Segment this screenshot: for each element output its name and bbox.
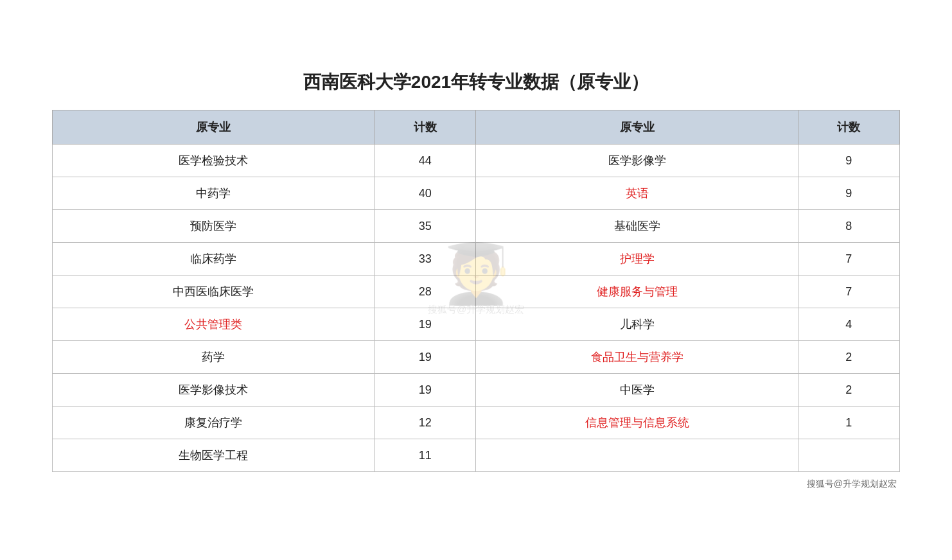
cell-count1: 12 xyxy=(375,407,476,439)
table-row: 预防医学35基础医学8 xyxy=(53,210,900,243)
cell-major2: 基础医学 xyxy=(476,210,798,243)
cell-count1: 11 xyxy=(375,439,476,472)
cell-count1: 33 xyxy=(375,243,476,276)
cell-major2: 英语 xyxy=(476,177,798,210)
cell-count2: 7 xyxy=(798,243,899,276)
cell-major2: 食品卫生与营养学 xyxy=(476,341,798,374)
table-row: 医学影像技术19中医学2 xyxy=(53,374,900,407)
cell-count1: 40 xyxy=(375,177,476,210)
cell-count1: 44 xyxy=(375,144,476,177)
table-row: 医学检验技术44医学影像学9 xyxy=(53,144,900,177)
cell-major2: 健康服务与管理 xyxy=(476,276,798,308)
cell-count2: 4 xyxy=(798,308,899,341)
cell-major2: 儿科学 xyxy=(476,308,798,341)
table-row: 临床药学33护理学7 xyxy=(53,243,900,276)
cell-count2: 2 xyxy=(798,341,899,374)
cell-count2: 7 xyxy=(798,276,899,308)
cell-count2: 1 xyxy=(798,407,899,439)
table-row: 中药学40英语9 xyxy=(53,177,900,210)
table-row: 康复治疗学12信息管理与信息系统1 xyxy=(53,407,900,439)
cell-count2 xyxy=(798,439,899,472)
cell-major2: 护理学 xyxy=(476,243,798,276)
table-row: 中西医临床医学28健康服务与管理7 xyxy=(53,276,900,308)
cell-major1: 中西医临床医学 xyxy=(53,276,375,308)
page-title: 西南医科大学2021年转专业数据（原专业） xyxy=(52,57,900,110)
cell-major1: 医学检验技术 xyxy=(53,144,375,177)
cell-count2: 2 xyxy=(798,374,899,407)
cell-major2 xyxy=(476,439,798,472)
header-major1: 原专业 xyxy=(53,110,375,144)
header-count2: 计数 xyxy=(798,110,899,144)
cell-major1: 临床药学 xyxy=(53,243,375,276)
cell-count1: 19 xyxy=(375,374,476,407)
cell-count2: 9 xyxy=(798,177,899,210)
cell-major1: 康复治疗学 xyxy=(53,407,375,439)
page-container: 西南医科大学2021年转专业数据（原专业） 🧑‍🎓 搜狐号@升学规划赵宏 原专业… xyxy=(26,44,926,516)
table-row: 生物医学工程11 xyxy=(53,439,900,472)
header-major2: 原专业 xyxy=(476,110,798,144)
cell-major2: 中医学 xyxy=(476,374,798,407)
footer-text: 搜狐号@升学规划赵宏 xyxy=(52,478,900,490)
cell-count1: 35 xyxy=(375,210,476,243)
cell-count1: 19 xyxy=(375,308,476,341)
cell-count1: 19 xyxy=(375,341,476,374)
cell-count2: 8 xyxy=(798,210,899,243)
data-table: 原专业 计数 原专业 计数 医学检验技术44医学影像学9中药学40英语9预防医学… xyxy=(52,110,900,472)
cell-major1: 药学 xyxy=(53,341,375,374)
cell-count2: 9 xyxy=(798,144,899,177)
cell-major2: 医学影像学 xyxy=(476,144,798,177)
table-row: 药学19食品卫生与营养学2 xyxy=(53,341,900,374)
cell-count1: 28 xyxy=(375,276,476,308)
cell-major1: 公共管理类 xyxy=(53,308,375,341)
cell-major1: 预防医学 xyxy=(53,210,375,243)
header-count1: 计数 xyxy=(375,110,476,144)
cell-major2: 信息管理与信息系统 xyxy=(476,407,798,439)
cell-major1: 生物医学工程 xyxy=(53,439,375,472)
cell-major1: 中药学 xyxy=(53,177,375,210)
cell-major1: 医学影像技术 xyxy=(53,374,375,407)
table-row: 公共管理类19儿科学4 xyxy=(53,308,900,341)
